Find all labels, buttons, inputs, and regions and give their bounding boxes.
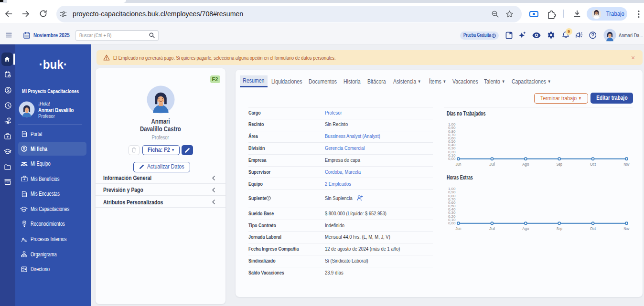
svg-text:Oct: Oct <box>590 226 596 231</box>
svg-text:Jul: Jul <box>489 226 495 231</box>
svg-text:Nov: Nov <box>624 226 630 231</box>
svg-text:0,00: 0,00 <box>448 157 456 161</box>
svg-text:Sep: Sep <box>557 162 562 167</box>
svg-text:Oct: Oct <box>590 162 596 167</box>
svg-text:Jul: Jul <box>489 162 495 167</box>
svg-text:Sep: Sep <box>557 226 562 231</box>
svg-text:Jun: Jun <box>456 162 462 167</box>
svg-text:Jun: Jun <box>456 226 462 231</box>
svg-text:Ago: Ago <box>522 226 529 231</box>
svg-text:Ago: Ago <box>522 162 529 167</box>
svg-text:0,00: 0,00 <box>448 221 456 225</box>
svg-text:Nov: Nov <box>624 162 630 167</box>
